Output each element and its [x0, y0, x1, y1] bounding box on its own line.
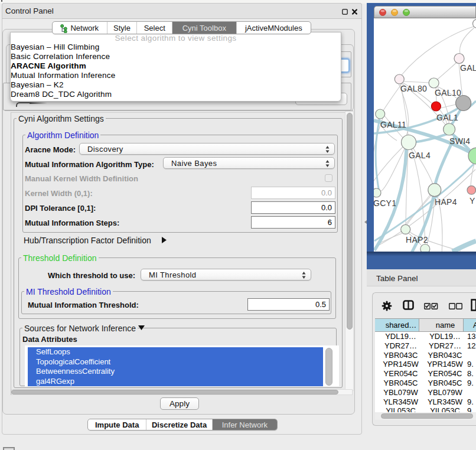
svg-text:GAL80: GAL80: [400, 84, 427, 93]
svg-text:GAL1: GAL1: [436, 113, 458, 122]
svg-text:Y: Y: [470, 196, 475, 206]
svg-text:GAL11: GAL11: [380, 120, 406, 129]
svg-text:GAL10: GAL10: [435, 88, 461, 97]
svg-text:HAP2: HAP2: [406, 235, 428, 244]
svg-text:GAL4: GAL4: [409, 151, 431, 160]
svg-text:GAL: GAL: [460, 63, 476, 73]
svg-text:GCY1: GCY1: [374, 198, 396, 208]
svg-text:SWI4: SWI4: [449, 136, 470, 146]
svg-text:HAP4: HAP4: [435, 197, 457, 207]
